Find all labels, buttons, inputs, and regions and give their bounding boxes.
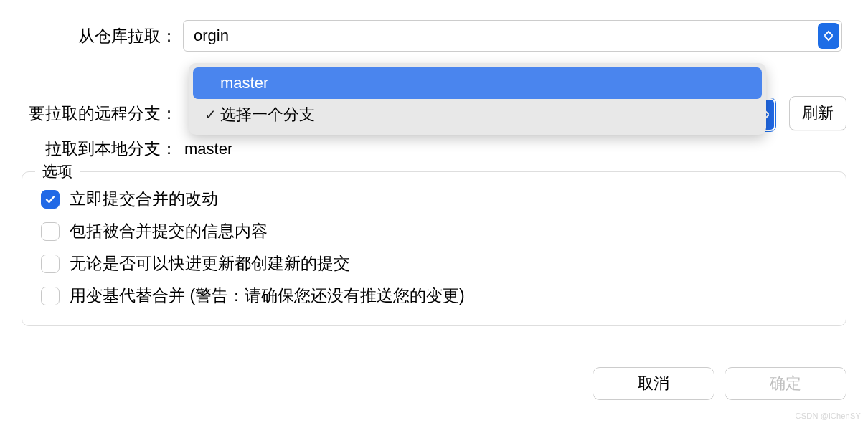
repo-input[interactable] — [183, 20, 842, 52]
option-rebase[interactable]: 用变基代替合并 (警告：请确保您还没有推送您的变更) — [41, 285, 827, 307]
checkbox[interactable] — [41, 287, 60, 305]
branch-dropdown[interactable]: master ✓ 选择一个分支 — [189, 63, 766, 135]
cancel-button[interactable]: 取消 — [593, 367, 714, 400]
checkbox[interactable] — [41, 190, 60, 209]
check-icon: ✓ — [200, 106, 220, 123]
checkbox-label: 无论是否可以快进更新都创建新的提交 — [70, 252, 350, 275]
refresh-button[interactable]: 刷新 — [789, 96, 846, 130]
local-branch-label: 拉取到本地分支： — [22, 138, 183, 160]
repo-combobox[interactable] — [183, 20, 842, 52]
options-group: 选项 立即提交合并的改动 包括被合并提交的信息内容 无论是否可以快进更新都创建新… — [22, 171, 846, 326]
repo-label: 从仓库拉取： — [22, 25, 183, 47]
options-legend: 选项 — [35, 161, 80, 181]
local-branch-value: master — [183, 140, 232, 158]
updown-icon[interactable] — [818, 23, 839, 49]
watermark: CSDN @lChenSY — [796, 412, 861, 420]
checkbox-label: 立即提交合并的改动 — [70, 188, 218, 210]
dropdown-item-label: 选择一个分支 — [220, 104, 755, 125]
dropdown-item-master[interactable]: master — [193, 67, 762, 99]
dropdown-item-label: master — [220, 74, 755, 92]
remote-branch-label: 要拉取的远程分支： — [22, 103, 183, 125]
checkbox[interactable] — [41, 222, 60, 241]
option-commit-immediately[interactable]: 立即提交合并的改动 — [41, 188, 827, 210]
option-always-new-commit[interactable]: 无论是否可以快进更新都创建新的提交 — [41, 252, 827, 275]
dialog-buttons: 取消 确定 — [593, 367, 846, 400]
checkbox-label: 包括被合并提交的信息内容 — [70, 220, 268, 242]
repo-row: 从仓库拉取： — [0, 20, 868, 52]
ok-button[interactable]: 确定 — [725, 367, 846, 400]
checkbox-label: 用变基代替合并 (警告：请确保您还没有推送您的变更) — [70, 285, 465, 307]
dropdown-item-placeholder[interactable]: ✓ 选择一个分支 — [193, 99, 762, 130]
checkbox[interactable] — [41, 255, 60, 273]
local-branch-row: 拉取到本地分支： master — [0, 138, 868, 160]
option-include-messages[interactable]: 包括被合并提交的信息内容 — [41, 220, 827, 242]
